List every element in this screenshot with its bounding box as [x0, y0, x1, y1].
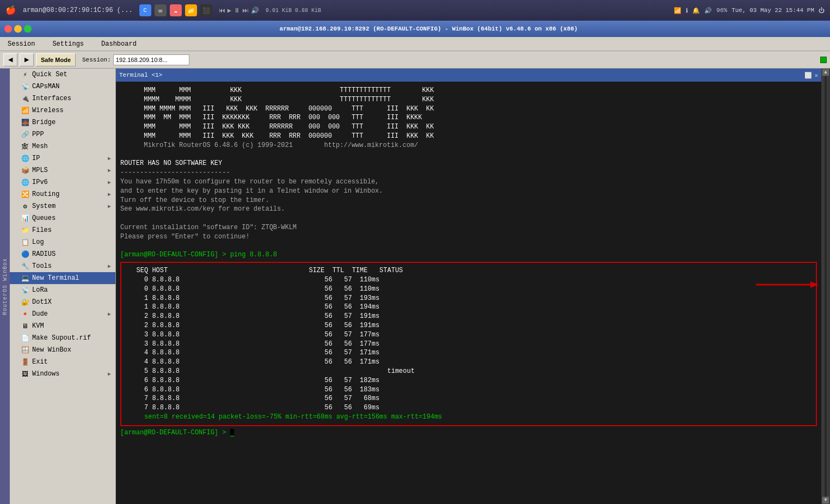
- window-controls: [4, 25, 32, 33]
- sidebar-item-ppp[interactable]: 🔗 PPP: [10, 128, 115, 140]
- terminal-controls: ⬜ ✕: [804, 72, 818, 79]
- sidebar-label-tools: Tools: [32, 262, 52, 270]
- sidebar-item-system[interactable]: ⚙ System ▶: [10, 200, 115, 212]
- routeros-label: RouterOS WinBox: [0, 69, 10, 504]
- sidebar-item-lora[interactable]: 📡 LoRa: [10, 284, 115, 296]
- prev-icon[interactable]: ⏮: [219, 7, 225, 15]
- sidebar-item-exit[interactable]: 🚪 Exit: [10, 356, 115, 368]
- menu-dashboard[interactable]: Dashboard: [98, 39, 140, 49]
- sidebar-item-files[interactable]: 📁 Files: [10, 224, 115, 236]
- queues-icon: 📊: [21, 214, 29, 223]
- sidebar-item-dude[interactable]: ● Dude ▶: [10, 308, 115, 320]
- capsman-icon: 📡: [21, 82, 29, 91]
- safe-mode-label: Safe Mode: [41, 57, 71, 63]
- folder-icon[interactable]: 📁: [185, 4, 197, 16]
- wifi-icon: 📶: [674, 7, 681, 14]
- windows-arrow: ▶: [108, 371, 111, 377]
- sidebar-label-quick-set: Quick Set: [32, 71, 67, 78]
- maximize-button[interactable]: [24, 25, 32, 33]
- ping-header: SEQ HOST SIZE TTL TIME STATUS 0 8.8.8.8 …: [125, 266, 813, 413]
- sidebar-item-quick-set[interactable]: ⚡ Quick Set: [10, 69, 115, 81]
- sidebar-label-exit: Exit: [32, 358, 48, 366]
- safe-mode-button[interactable]: Safe Mode: [36, 53, 76, 66]
- media-icon[interactable]: ⬛: [200, 4, 212, 16]
- sidebar-label-files: Files: [32, 226, 52, 234]
- sidebar-label-kvm: KVM: [32, 322, 44, 330]
- sidebar-item-windows[interactable]: 🖼 Windows ▶: [10, 368, 115, 380]
- terminal-body[interactable]: MMM MMM KKK TTTTTTTTTTTTT KKK MMMM MMMM …: [116, 82, 821, 504]
- sidebar-item-new-terminal[interactable]: 💻 New Terminal: [10, 272, 115, 284]
- back-button[interactable]: ◀: [3, 53, 17, 66]
- terminal-container: Terminal <1> ⬜ ✕ MMM MMM KKK TTTTTTTTTTT…: [116, 69, 821, 504]
- ping-summary: sent=8 received=14 packet-loss=-75% min-…: [125, 413, 813, 422]
- audio-icon[interactable]: 🔊: [251, 7, 259, 15]
- sidebar-label-log: Log: [32, 238, 44, 246]
- scroll-up-arrow[interactable]: ▲: [822, 69, 829, 76]
- tools-icon: 🔧: [21, 262, 29, 271]
- ipv6-arrow: ▶: [108, 179, 111, 186]
- kvm-icon: 🖥: [21, 322, 29, 330]
- apple-icon[interactable]: 🍎: [5, 5, 16, 16]
- pause-icon[interactable]: ⏸: [233, 7, 240, 15]
- red-arrow: [756, 274, 821, 296]
- sidebar-label-ipv6: IPv6: [32, 179, 48, 186]
- sidebar-item-dot1x[interactable]: 🔐 Dot1X: [10, 296, 115, 308]
- media-controls: ⏮ ▶ ⏸ ⏭ 🔊: [219, 7, 259, 15]
- minimize-button[interactable]: [14, 25, 22, 33]
- power-icon[interactable]: ⏻: [819, 7, 825, 14]
- dude-arrow: ▶: [108, 311, 111, 317]
- sidebar-label-system: System: [32, 202, 56, 210]
- sidebar-item-tools[interactable]: 🔧 Tools ▶: [10, 260, 115, 272]
- terminal-close-icon[interactable]: ✕: [814, 72, 818, 79]
- winbox-title: arman@192.168.209.10:8292 (RO-DEFAULT-CO…: [32, 26, 826, 32]
- sidebar-item-mesh[interactable]: 🕸 Mesh: [10, 140, 115, 152]
- sidebar-item-kvm[interactable]: 🖥 KVM: [10, 320, 115, 332]
- mac-topbar-left: 🍎 arman@08:00:27:90:1C:96 (... C ✉ ☁ 📁 ⬛…: [5, 4, 321, 16]
- finder-icon[interactable]: ✉: [155, 4, 167, 16]
- system-icon: ⚙: [21, 202, 29, 211]
- sidebar-item-new-winbox[interactable]: 🪟 New WinBox: [10, 344, 115, 356]
- svg-marker-1: [810, 281, 819, 288]
- sidebar-label-bridge: Bridge: [32, 119, 56, 126]
- battery-label: 96%: [716, 7, 727, 14]
- toolbar: ◀ ▶ Safe Mode Session:: [0, 51, 830, 69]
- volume-icon[interactable]: 🔊: [704, 7, 712, 14]
- menubar: Session Settings Dashboard: [0, 37, 830, 51]
- terminal-scrollbar[interactable]: ▲ ▼: [821, 69, 830, 504]
- mac-app-icons: C ✉ ☁ 📁 ⬛: [139, 4, 212, 16]
- next-icon[interactable]: ⏭: [242, 7, 249, 15]
- notification-icon[interactable]: 🔔: [692, 7, 700, 14]
- sidebar-item-interfaces[interactable]: 🔌 Interfaces: [10, 93, 115, 105]
- forward-button[interactable]: ▶: [20, 53, 34, 66]
- chrome-icon[interactable]: C: [139, 4, 151, 16]
- sidebar-item-wireless[interactable]: 📶 Wireless: [10, 105, 115, 116]
- sidebar-item-routing[interactable]: 🔀 Routing ▶: [10, 188, 115, 200]
- sidebar-item-bridge[interactable]: 🌉 Bridge: [10, 116, 115, 128]
- scroll-down-arrow[interactable]: ▼: [822, 496, 829, 504]
- ping-results-box: SEQ HOST SIZE TTL TIME STATUS 0 8.8.8.8 …: [120, 262, 817, 426]
- ip-arrow: ▶: [108, 155, 111, 162]
- session-input[interactable]: [113, 54, 189, 65]
- internet-icon[interactable]: ☁: [170, 4, 182, 16]
- play-icon[interactable]: ▶: [228, 7, 231, 15]
- close-button[interactable]: [4, 25, 12, 33]
- menu-settings[interactable]: Settings: [49, 39, 87, 49]
- sidebar-item-make-supout[interactable]: 📄 Make Supout.rif: [10, 332, 115, 344]
- interfaces-icon: 🔌: [21, 94, 29, 103]
- session-label: Session:: [82, 57, 111, 63]
- sidebar-label-ppp: PPP: [32, 131, 44, 138]
- sidebar-item-radius[interactable]: 🔵 RADIUS: [10, 248, 115, 260]
- sidebar-item-log[interactable]: 📋 Log: [10, 236, 115, 248]
- sidebar-label-dot1x: Dot1X: [32, 298, 52, 306]
- sidebar-item-capsman[interactable]: 📡 CAPsMAN: [10, 81, 115, 93]
- menu-session[interactable]: Session: [4, 39, 38, 49]
- sidebar-item-ipv6[interactable]: 🌐 IPv6 ▶: [10, 176, 115, 188]
- sidebar-item-mpls[interactable]: 📦 MPLS ▶: [10, 164, 115, 176]
- wireless-icon: 📶: [21, 106, 29, 115]
- sidebar-item-ip[interactable]: 🌐 IP ▶: [10, 152, 115, 164]
- terminal-restore-icon[interactable]: ⬜: [804, 72, 812, 79]
- tools-arrow: ▶: [108, 263, 111, 269]
- info-icon: ℹ: [686, 7, 688, 14]
- sidebar-item-queues[interactable]: 📊 Queues: [10, 212, 115, 224]
- lora-icon: 📡: [21, 286, 29, 294]
